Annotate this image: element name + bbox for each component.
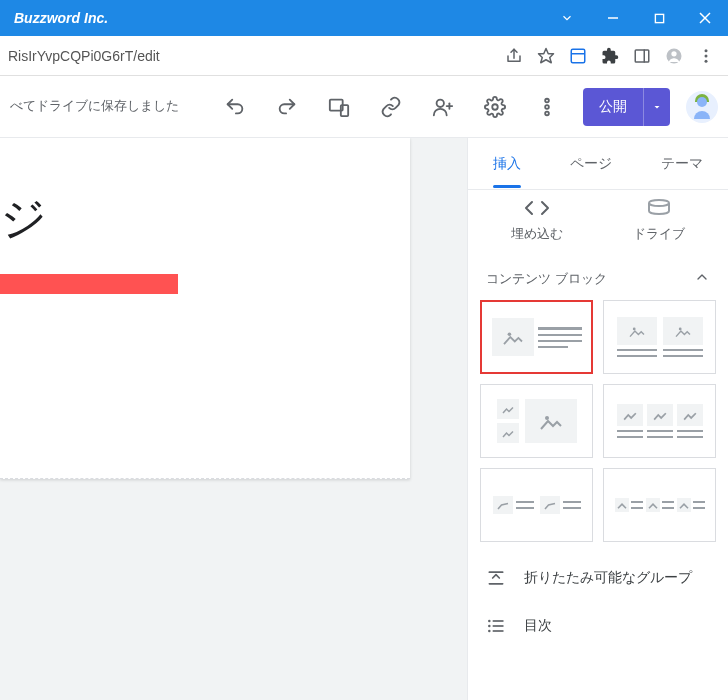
content-block-2[interactable] xyxy=(603,300,716,374)
svg-rect-35 xyxy=(493,625,504,627)
svg-point-21 xyxy=(545,105,549,109)
svg-point-23 xyxy=(649,200,669,206)
svg-rect-36 xyxy=(493,630,504,632)
section-content-blocks-label: コンテンツ ブロック xyxy=(486,270,607,288)
extensions-icon[interactable] xyxy=(594,40,626,72)
image-icon xyxy=(540,496,560,514)
image-icon xyxy=(617,404,643,426)
tab-page[interactable]: ページ xyxy=(562,141,620,187)
panel-scroll-area[interactable]: 埋め込む ドライブ コンテンツ ブロック xyxy=(468,190,728,700)
svg-marker-4 xyxy=(539,48,554,62)
image-icon xyxy=(677,404,703,426)
chevron-up-icon xyxy=(694,269,710,288)
window-titlebar: Buzzword Inc. xyxy=(0,0,728,36)
content-block-3[interactable] xyxy=(480,384,593,458)
image-icon xyxy=(492,318,534,356)
tab-insert[interactable]: 挿入 xyxy=(485,141,529,187)
svg-rect-1 xyxy=(655,14,663,22)
image-icon xyxy=(663,317,703,345)
window-maximize-button[interactable] xyxy=(636,0,682,36)
settings-button[interactable] xyxy=(473,85,517,129)
image-icon xyxy=(615,498,629,512)
quick-insert-row: 埋め込む ドライブ xyxy=(476,190,720,257)
svg-rect-34 xyxy=(493,620,504,622)
window-close-button[interactable] xyxy=(682,0,728,36)
quick-embed-label: 埋め込む xyxy=(511,226,563,243)
url-text[interactable]: RisIrYvpCQPi0G6rT/edit xyxy=(6,48,498,64)
bookmark-star-icon[interactable] xyxy=(530,40,562,72)
main-area: ジ 挿入 ページ テーマ 埋め込む xyxy=(0,138,728,700)
content-block-5[interactable] xyxy=(480,468,593,542)
page-title-text[interactable]: ジ xyxy=(0,188,410,250)
link-button[interactable] xyxy=(369,85,413,129)
embed-icon xyxy=(519,196,555,220)
item-toc[interactable]: 目次 xyxy=(476,602,720,650)
svg-point-10 xyxy=(671,51,676,56)
image-icon xyxy=(497,399,519,419)
panel-tabs: 挿入 ページ テーマ xyxy=(468,138,728,190)
share-person-button[interactable] xyxy=(421,85,465,129)
share-icon[interactable] xyxy=(498,40,530,72)
section-divider xyxy=(0,478,410,479)
red-highlight-block[interactable] xyxy=(0,274,178,294)
svg-point-11 xyxy=(705,49,708,52)
window-dropdown-button[interactable] xyxy=(544,0,590,36)
browser-menu-icon[interactable] xyxy=(690,40,722,72)
svg-point-22 xyxy=(545,111,549,115)
svg-point-33 xyxy=(488,630,491,633)
image-icon xyxy=(646,498,660,512)
section-content-blocks[interactable]: コンテンツ ブロック xyxy=(476,257,720,300)
image-icon xyxy=(493,496,513,514)
svg-point-31 xyxy=(488,620,491,623)
panel-icon[interactable] xyxy=(626,40,658,72)
svg-point-24 xyxy=(507,333,511,337)
publish-dropdown-button[interactable] xyxy=(644,88,670,126)
quick-embed[interactable]: 埋め込む xyxy=(487,196,587,243)
editor-canvas[interactable]: ジ xyxy=(0,138,467,700)
image-icon xyxy=(647,404,673,426)
svg-point-32 xyxy=(488,625,491,628)
svg-rect-7 xyxy=(635,50,649,62)
redo-button[interactable] xyxy=(265,85,309,129)
svg-point-12 xyxy=(705,54,708,57)
publish-button[interactable]: 公開 xyxy=(583,88,644,126)
svg-point-19 xyxy=(492,104,498,110)
publish-button-group: 公開 xyxy=(583,88,670,126)
svg-point-27 xyxy=(545,416,549,420)
quick-drive[interactable]: ドライブ xyxy=(609,196,709,243)
image-icon xyxy=(677,498,691,512)
image-icon xyxy=(617,317,657,345)
content-block-4[interactable] xyxy=(603,384,716,458)
item-collapsible-label: 折りたたみ可能なグループ xyxy=(524,569,692,587)
svg-point-20 xyxy=(545,98,549,102)
content-block-6[interactable] xyxy=(603,468,716,542)
image-icon xyxy=(525,399,577,443)
svg-point-25 xyxy=(632,328,635,331)
content-block-grid xyxy=(476,300,720,542)
image-icon xyxy=(497,423,519,443)
tab-theme[interactable]: テーマ xyxy=(653,141,711,187)
content-block-1[interactable] xyxy=(480,300,593,374)
quick-drive-label: ドライブ xyxy=(633,226,685,243)
svg-point-26 xyxy=(678,328,681,331)
svg-point-16 xyxy=(437,99,444,106)
save-status-text: べてドライブに保存しました xyxy=(10,98,179,115)
side-panel: 挿入 ページ テーマ 埋め込む ドライブ xyxy=(467,138,728,700)
page-card[interactable]: ジ xyxy=(0,138,410,479)
undo-button[interactable] xyxy=(213,85,257,129)
more-menu-button[interactable] xyxy=(525,85,569,129)
toc-icon xyxy=(486,616,506,636)
item-toc-label: 目次 xyxy=(524,617,552,635)
item-collapsible-group[interactable]: 折りたたみ可能なグループ xyxy=(476,554,720,602)
profile-avatar-icon[interactable] xyxy=(658,40,690,72)
user-avatar[interactable] xyxy=(686,91,718,123)
collapsible-icon xyxy=(486,568,506,588)
svg-point-13 xyxy=(705,59,708,62)
app-toolbar: べてドライブに保存しました 公開 xyxy=(0,76,728,138)
device-preview-button[interactable] xyxy=(317,85,361,129)
svg-rect-5 xyxy=(571,49,585,63)
browser-url-bar: RisIrYvpCQPi0G6rT/edit xyxy=(0,36,728,76)
drive-icon xyxy=(641,196,677,220)
extension-a-icon[interactable] xyxy=(562,40,594,72)
window-minimize-button[interactable] xyxy=(590,0,636,36)
